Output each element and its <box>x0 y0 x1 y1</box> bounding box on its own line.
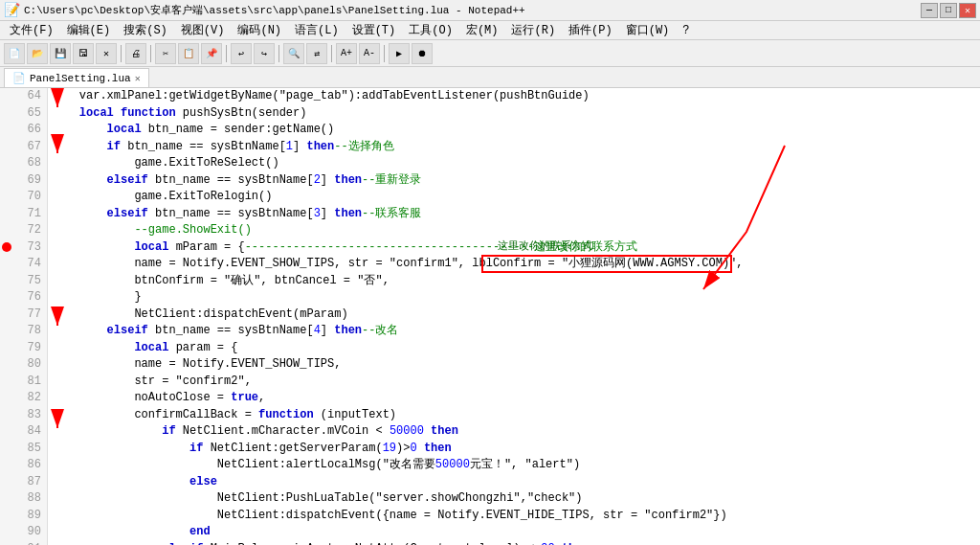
line-number: 72 <box>19 222 41 239</box>
close-button[interactable]: ✕ <box>959 3 976 18</box>
menu-item-w[interactable]: 窗口(W) <box>620 21 676 39</box>
breakpoint-gutter-row <box>0 105 13 123</box>
window-controls: — □ ✕ <box>921 3 976 18</box>
code-line: NetClient:dispatchEvent(mParam) <box>52 307 980 324</box>
breakpoint-gutter-row <box>0 222 13 239</box>
line-number: 80 <box>19 356 41 374</box>
zoom-in-button[interactable]: A+ <box>336 43 357 64</box>
record-macro-button[interactable]: ⏺ <box>412 43 433 64</box>
code-line: elseif btn_name == sysBtnName[4] then--改… <box>52 323 980 340</box>
breakpoint-gutter-row <box>0 206 13 223</box>
paste-button[interactable]: 📌 <box>201 43 222 64</box>
code-line: end <box>52 524 980 541</box>
line-number: 70 <box>19 189 41 206</box>
line-number: 64 <box>19 88 41 105</box>
close-tab-button[interactable]: ✕ <box>96 43 117 64</box>
code-line: elseif btn_name == sysBtnName[3] then--联… <box>52 206 980 223</box>
menu-item-n[interactable]: 编码(N) <box>232 21 287 39</box>
breakpoint-gutter-row <box>0 356 13 374</box>
menu-item-e[interactable]: 编辑(E) <box>61 21 117 39</box>
toolbar-separator-2 <box>150 45 151 62</box>
minimize-button[interactable]: — <box>921 3 938 18</box>
file-tab[interactable]: 📄 PanelSetting.lua ✕ <box>4 68 149 87</box>
title-bar: 📝 C:\Users\pc\Desktop\安卓客户端\assets\src\a… <box>0 0 980 21</box>
cut-button[interactable]: ✂ <box>155 43 176 64</box>
line-number: 67 <box>19 139 41 156</box>
replace-button[interactable]: ⇄ <box>306 43 327 64</box>
menu-item-s[interactable]: 搜索(S) <box>118 21 173 39</box>
code-line: else <box>52 474 980 491</box>
code-line: if NetClient.mCharacter.mVCoin < 50000 t… <box>52 423 980 441</box>
menu-item-l[interactable]: 语言(L) <box>289 21 345 39</box>
code-line: game.ExitToReSelect() <box>52 155 980 172</box>
code-line: NetClient:PushLuaTable("server.showChong… <box>52 490 980 508</box>
copy-button[interactable]: 📋 <box>178 43 199 64</box>
breakpoint-gutter-row <box>0 541 13 546</box>
new-button[interactable]: 📄 <box>4 43 25 64</box>
menu-item-v[interactable]: 视图(V) <box>175 21 231 39</box>
find-button[interactable]: 🔍 <box>283 43 304 64</box>
toolbar-separator-4 <box>278 45 279 62</box>
menu-item-o[interactable]: 工具(O) <box>403 21 458 39</box>
breakpoint-gutter-row <box>0 374 13 391</box>
menu-item-f[interactable]: 文件(F) <box>4 21 59 39</box>
breakpoint-gutter-row <box>0 524 13 541</box>
code-line: local param = { <box>52 340 980 357</box>
line-number: 77 <box>19 307 41 324</box>
line-number: 85 <box>19 441 41 458</box>
undo-button[interactable]: ↩ <box>231 43 252 64</box>
line-number: 66 <box>19 122 41 139</box>
line-number: 71 <box>19 206 41 223</box>
code-line: } <box>52 289 980 307</box>
menu-item-[interactable]: ? <box>677 23 695 38</box>
breakpoint-gutter-row <box>0 508 13 525</box>
open-button[interactable]: 📂 <box>27 43 48 64</box>
code-line: NetClient:alertLocalMsg("改名需要50000元宝！", … <box>52 457 980 474</box>
toolbar-separator-5 <box>331 45 332 62</box>
menu-bar: 文件(F)编辑(E)搜索(S)视图(V)编码(N)语言(L)设置(T)工具(O)… <box>0 21 980 40</box>
redo-button[interactable]: ↪ <box>254 43 275 64</box>
code-line: --game.ShowExit() <box>52 222 980 239</box>
tab-bar: 📄 PanelSetting.lua ✕ <box>0 67 980 88</box>
breakpoint-gutter-row <box>0 407 13 424</box>
code-line: str = "confirm2", <box>52 374 980 391</box>
line-number: 88 <box>19 490 41 508</box>
code-area[interactable]: var.xmlPanel:getWidgetByName("page_tab")… <box>48 88 980 545</box>
run-button[interactable]: ▶ <box>389 43 410 64</box>
line-number: 73 <box>19 239 41 257</box>
line-number: 86 <box>19 457 41 474</box>
breakpoint-gutter-row <box>0 474 13 491</box>
menu-item-r[interactable]: 运行(R) <box>505 21 561 39</box>
breakpoint-gutter-row <box>0 423 13 441</box>
breakpoint-gutter-row <box>0 390 13 407</box>
menu-item-t[interactable]: 设置(T) <box>346 21 402 39</box>
line-number: 79 <box>19 340 41 357</box>
breakpoint-gutter-row <box>0 457 13 474</box>
code-line: if NetClient:getServerParam(19)>0 then <box>52 441 980 458</box>
breakpoint-gutter-row <box>0 189 13 206</box>
breakpoint-gutter-row <box>0 289 13 307</box>
line-number: 74 <box>19 256 41 273</box>
breakpoint-gutter-row <box>0 256 13 273</box>
menu-item-p[interactable]: 插件(P) <box>563 21 618 39</box>
tab-close-button[interactable]: ✕ <box>135 73 141 84</box>
line-number: 78 <box>19 323 41 340</box>
line-number: 91 <box>19 541 41 546</box>
breakpoints-gutter <box>0 88 13 545</box>
save-button[interactable]: 💾 <box>50 43 71 64</box>
breakpoint-gutter-row <box>0 155 13 172</box>
menu-item-m[interactable]: 宏(M) <box>460 21 504 39</box>
code-line: name = Notify.EVENT_SHOW_TIPS, str = "co… <box>52 256 980 273</box>
code-line: confirmCallBack = function (inputText) <box>52 407 980 424</box>
print-button[interactable]: 🖨 <box>125 43 146 64</box>
code-line: name = Notify.EVENT_SHOW_TIPS, <box>52 356 980 374</box>
maximize-button[interactable]: □ <box>940 3 957 18</box>
line-number: 75 <box>19 273 41 290</box>
save-all-button[interactable]: 🖫 <box>73 43 94 64</box>
code-line: elseif btn_name == sysBtnName[2] then--重… <box>52 172 980 190</box>
line-number: 84 <box>19 423 41 441</box>
line-number: 82 <box>19 390 41 407</box>
window-title: C:\Users\pc\Desktop\安卓客户端\assets\src\app… <box>24 3 525 17</box>
line-number: 83 <box>19 407 41 424</box>
zoom-out-button[interactable]: A- <box>359 43 380 64</box>
